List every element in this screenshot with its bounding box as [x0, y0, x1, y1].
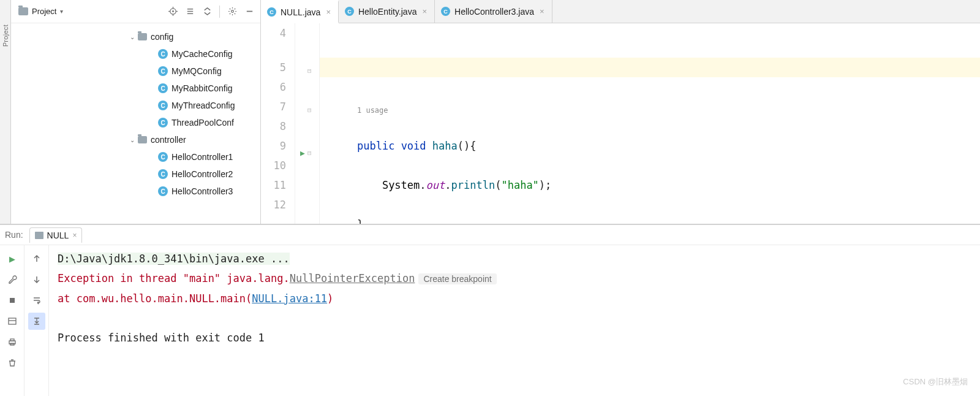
soft-wrap-button[interactable] [28, 292, 45, 309]
create-breakpoint-action[interactable]: Create breakpoint [418, 273, 496, 284]
run-toolbar-right [24, 245, 49, 396]
class-icon: C [158, 118, 168, 128]
rerun-button[interactable]: ▶ [4, 250, 21, 267]
exception-link[interactable]: NullPointerException [290, 272, 415, 284]
fold-icon[interactable]: ⊟ [307, 61, 312, 81]
folder-icon [138, 136, 147, 143]
run-gutter-icon[interactable]: ▶ [300, 143, 305, 163]
line-number-gutter: 4 5 6 7 8 9 10 11 12 [261, 23, 295, 224]
run-panel: Run: NULL × ▶ D:\Java\jdk1. [0, 224, 980, 396]
tree-folder-controller[interactable]: ⌄ controller [11, 131, 260, 148]
console-command: D:\Java\jdk1.8.0_341\bin\java.exe ... [58, 253, 290, 265]
wrench-button[interactable] [4, 271, 21, 288]
console-output[interactable]: D:\Java\jdk1.8.0_341\bin\java.exe ... Ex… [49, 245, 980, 396]
trash-button[interactable] [4, 354, 21, 371]
tree-class-item[interactable]: CHelloController2 [11, 166, 260, 183]
class-icon: C [158, 66, 168, 76]
class-icon: C [158, 49, 168, 59]
expand-all-button[interactable] [183, 4, 197, 19]
stop-button[interactable] [4, 292, 21, 309]
code-content[interactable]: 1 usage public void haha(){ System.out.p… [320, 23, 980, 224]
collapse-all-button[interactable] [200, 4, 214, 19]
fold-icon[interactable]: ⊟ [307, 143, 312, 163]
run-config-tab[interactable]: NULL × [29, 227, 83, 243]
tree-class-item[interactable]: CThreadPoolConf [11, 114, 260, 131]
print-button[interactable] [4, 333, 21, 351]
tree-class-item[interactable]: CHelloController3 [11, 183, 260, 200]
tree-class-item[interactable]: CMyMQConfig [11, 63, 260, 80]
svg-rect-11 [10, 298, 15, 303]
hide-button[interactable] [242, 4, 257, 19]
app-icon [35, 232, 43, 239]
up-button[interactable] [28, 250, 45, 267]
tree-class-item[interactable]: CMyCacheConfig [11, 45, 260, 63]
project-panel: Project ▾ ⌄ config CMyCacheConfig [11, 0, 261, 224]
tree-class-item[interactable]: CMyThreadConfig [11, 97, 260, 114]
down-button[interactable] [28, 271, 45, 288]
settings-button[interactable] [225, 4, 239, 19]
close-icon[interactable]: × [421, 6, 428, 17]
side-tab-project[interactable]: Project [0, 0, 11, 224]
tree-class-item[interactable]: CHelloController1 [11, 148, 260, 166]
editor-area: C NULL.java × C HelloEntity.java × C Hel… [261, 0, 980, 224]
console-exception: Exception in thread "main" java.lang. [58, 272, 290, 284]
tab-helloentity-java[interactable]: C HelloEntity.java × [339, 0, 435, 23]
run-header: Run: NULL × [0, 225, 980, 245]
tree-class-item[interactable]: CMyRabbitConfig [11, 80, 260, 97]
tab-hellocontroller3-java[interactable]: C HelloController3.java × [435, 0, 552, 23]
chevron-down-icon: ▾ [60, 8, 63, 15]
class-icon: C [158, 186, 168, 196]
close-icon[interactable]: × [72, 231, 77, 240]
tab-null-java[interactable]: C NULL.java × [261, 0, 339, 23]
close-icon[interactable]: × [538, 6, 546, 17]
divider [219, 6, 220, 18]
code-editor[interactable]: 4 5 6 7 8 9 10 11 12 ⊟ ⊟ ▶ ⊟ [261, 23, 980, 224]
side-tab-label: Project [2, 25, 9, 47]
folder-icon [138, 33, 147, 40]
layout-button[interactable] [4, 313, 21, 330]
class-icon: C [158, 169, 168, 179]
locate-button[interactable] [165, 4, 180, 19]
class-icon: C [158, 152, 168, 162]
svg-point-1 [172, 10, 174, 12]
watermark: CSDN @旧林墨烟 [903, 376, 968, 387]
folder-icon [18, 7, 28, 15]
close-icon[interactable]: × [325, 6, 332, 18]
run-toolbar-left: ▶ [0, 245, 24, 396]
class-icon: C [267, 7, 276, 17]
gutter-icons: ⊟ ⊟ ▶ ⊟ [295, 23, 320, 224]
project-selector[interactable]: Project ▾ [18, 7, 63, 16]
svg-rect-12 [9, 318, 16, 324]
project-tree[interactable]: ⌄ config CMyCacheConfig CMyMQConfig CMyR… [11, 23, 260, 224]
chevron-down-icon: ⌄ [127, 137, 137, 143]
run-label: Run: [5, 230, 23, 240]
svg-point-9 [231, 10, 233, 13]
tree-folder-config[interactable]: ⌄ config [11, 28, 260, 45]
project-header: Project ▾ [11, 0, 260, 23]
editor-tab-bar: C NULL.java × C HelloEntity.java × C Hel… [261, 0, 980, 23]
stacktrace-link[interactable]: NULL.java:11 [252, 292, 327, 305]
svg-rect-15 [10, 339, 14, 341]
project-title: Project [32, 7, 56, 16]
scroll-to-end-button[interactable] [28, 313, 45, 330]
class-icon: C [441, 7, 450, 16]
class-icon: C [158, 83, 168, 93]
console-exit: Process finished with exit code 1 [58, 328, 971, 348]
fold-icon[interactable]: ⊟ [307, 101, 312, 120]
usage-hint[interactable]: 1 usage [357, 106, 388, 115]
class-icon: C [345, 7, 354, 16]
chevron-down-icon: ⌄ [127, 34, 137, 40]
class-icon: C [158, 101, 168, 110]
